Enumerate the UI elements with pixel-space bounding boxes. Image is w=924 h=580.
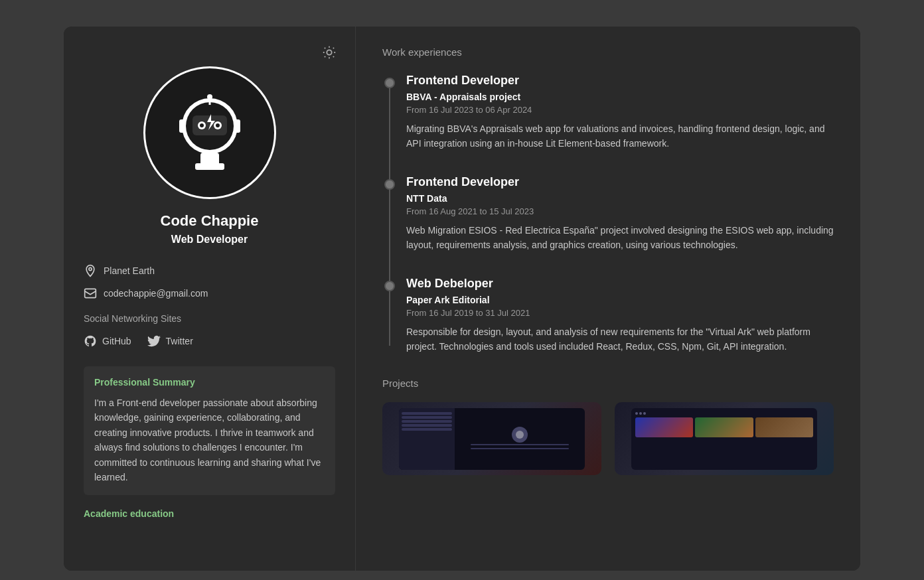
mockup2-thumb-2 — [695, 417, 753, 437]
mockup2-thumb-1 — [635, 417, 694, 437]
job-desc-3: Responsible for design, layout, and anal… — [406, 325, 834, 354]
job-dates-1: From 16 Jul 2023 to 06 Apr 2024 — [406, 105, 834, 115]
summary-section: Professional Summary I'm a Front-end dev… — [84, 366, 335, 495]
job-company-2: NTT Data — [406, 193, 834, 204]
project-card-2-img — [615, 402, 834, 475]
sidebar-item-mock — [402, 424, 452, 427]
svg-line-7 — [325, 56, 325, 57]
left-panel: Code Chappie Web Developer Planet Earth … — [64, 27, 356, 571]
timeline-dot-1 — [384, 78, 395, 88]
github-icon — [84, 334, 97, 348]
mockup-screen-1 — [399, 408, 585, 471]
svg-line-8 — [333, 48, 334, 48]
mockup-screen-2 — [631, 408, 818, 471]
twitter-label: Twitter — [166, 336, 193, 346]
svg-point-19 — [207, 94, 212, 100]
avatar-container — [84, 66, 335, 199]
svg-rect-16 — [179, 119, 186, 133]
mockup-circle-inner — [516, 431, 524, 439]
job-desc-1: Migrating BBVA's Appraisals web app for … — [406, 121, 834, 151]
svg-rect-23 — [85, 289, 96, 297]
mockup2-dot — [635, 412, 638, 415]
job-title-2: Frontend Developer — [406, 175, 834, 189]
svg-point-14 — [200, 123, 204, 127]
theme-toggle-icon[interactable] — [322, 45, 337, 60]
github-label: GitHub — [102, 336, 131, 346]
email-item: codechappie@gmail.com — [84, 287, 335, 300]
profile-name: Code Chappie — [84, 212, 335, 230]
work-section-title: Work experiences — [382, 46, 834, 58]
profile-title: Web Developer — [84, 234, 335, 246]
mockup2-dot — [643, 412, 646, 415]
svg-point-0 — [327, 50, 331, 54]
location-icon — [84, 264, 97, 277]
svg-line-6 — [333, 56, 334, 57]
experience-item-1: Frontend Developer BBVA - Appraisals pro… — [382, 74, 834, 151]
job-company-1: BBVA - Appraisals project — [406, 92, 834, 102]
job-company-3: Paper Ark Editorial — [406, 295, 834, 305]
email-text: codechappie@gmail.com — [104, 288, 208, 299]
mockup2-header — [635, 412, 814, 415]
mockup-text-line — [471, 448, 568, 449]
mockup2-dot — [639, 412, 642, 415]
timeline-dot-3 — [384, 281, 395, 291]
project-card-1-img — [382, 402, 601, 475]
experience-item-2: Frontend Developer NTT Data From 16 Aug … — [382, 175, 834, 253]
svg-rect-21 — [195, 163, 224, 170]
location-text: Planet Earth — [104, 265, 155, 276]
mockup-text-line — [471, 444, 568, 445]
sidebar-item-mock — [402, 412, 452, 415]
social-label: Social Networking Sites — [84, 313, 335, 324]
academic-label: Academic education — [84, 508, 335, 519]
projects-grid — [382, 402, 834, 475]
right-panel: Work experiences Frontend Developer BBVA… — [356, 27, 860, 571]
job-title-3: Web Debeloper — [406, 277, 834, 291]
social-links: GitHub Twitter — [84, 334, 335, 348]
job-title-1: Frontend Developer — [406, 74, 834, 88]
mockup2-thumb-3 — [755, 417, 814, 437]
email-icon — [84, 287, 97, 300]
mockup-sidebar — [399, 408, 455, 471]
summary-label: Professional Summary — [94, 377, 325, 388]
app-container: Code Chappie Web Developer Planet Earth … — [64, 27, 860, 571]
job-desc-2: Web Migration ESIOS - Red Electrica Espa… — [406, 223, 834, 253]
mockup-circle — [512, 427, 528, 443]
sidebar-item-mock — [402, 416, 452, 419]
svg-line-5 — [325, 48, 325, 48]
svg-point-15 — [216, 123, 220, 127]
project-card-1[interactable] — [382, 402, 601, 475]
sidebar-item-mock — [402, 428, 452, 431]
sidebar-item-mock — [402, 420, 452, 423]
timeline-dot-2 — [384, 179, 395, 190]
mockup-main — [455, 408, 585, 471]
job-dates-2: From 16 Aug 2021 to 15 Jul 2023 — [406, 206, 834, 216]
twitter-link[interactable]: Twitter — [147, 334, 193, 348]
experience-item-3: Web Debeloper Paper Ark Editorial From 1… — [382, 277, 834, 354]
job-dates-3: From 16 Jul 2019 to 31 Jul 2021 — [406, 308, 834, 318]
location-item: Planet Earth — [84, 264, 335, 277]
mockup2-content — [635, 417, 814, 437]
svg-point-22 — [89, 267, 92, 270]
svg-rect-17 — [234, 119, 240, 133]
project-card-2[interactable] — [615, 402, 834, 475]
work-timeline: Frontend Developer BBVA - Appraisals pro… — [382, 74, 834, 354]
github-link[interactable]: GitHub — [84, 334, 131, 348]
twitter-icon — [147, 334, 161, 348]
avatar — [143, 66, 276, 199]
projects-section-title: Projects — [382, 378, 834, 389]
summary-text: I'm a Front-end developer passionate abo… — [94, 396, 325, 484]
